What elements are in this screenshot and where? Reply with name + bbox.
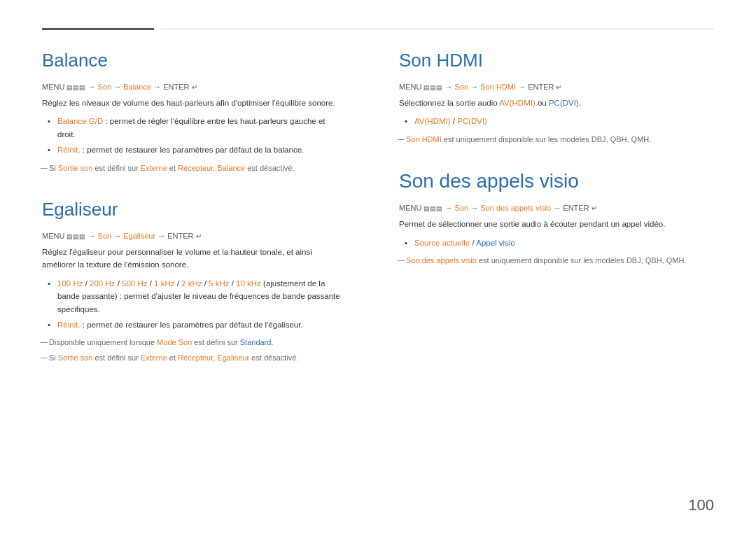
- son-appels-bullets: Source actuelle / Appel visio: [405, 237, 714, 249]
- egaliseur-title: Egaliseur: [42, 199, 343, 220]
- son-appels-note: Son des appels visio est uniquement disp…: [399, 255, 714, 267]
- balance-menu-path: MENU ▤▤▤ → Son → Balance → ENTER ↵: [42, 83, 343, 91]
- son-hdmi-note: Son HDMI est uniquement disponible sur l…: [399, 134, 714, 146]
- egaliseur-section: Egaliseur MENU ▤▤▤ → Son → Egaliseur → E…: [42, 199, 343, 363]
- list-item: 100 Hz / 200 Hz / 500 Hz / 1 kHz / 2 kHz…: [48, 277, 343, 316]
- divider-dark: [42, 28, 154, 30]
- son-appels-menu-path: MENU ▤▤▤ → Son → Son des appels visio → …: [399, 204, 714, 212]
- page-number: 100: [688, 496, 714, 514]
- egaliseur-note2: Si Sortie son est défini sur Externe et …: [42, 352, 343, 364]
- egaliseur-bullets: 100 Hz / 200 Hz / 500 Hz / 1 kHz / 2 kHz…: [48, 277, 343, 332]
- son-hdmi-menu-path: MENU ▤▤▤ → Son → Son HDMI → ENTER ↵: [399, 83, 714, 91]
- egaliseur-desc: Réglez l'égaliseur pour personnaliser le…: [42, 246, 343, 272]
- top-dividers: [42, 28, 714, 30]
- list-item: Réinit. : permet de restaurer les paramè…: [48, 318, 343, 331]
- son-hdmi-desc: Sélectionnez la sortie audio AV(HDMI) ou…: [399, 97, 714, 109]
- son-hdmi-bullets: AV(HDMI) / PC(DVI): [405, 115, 714, 127]
- balance-section: Balance MENU ▤▤▤ → Son → Balance → ENTER…: [42, 50, 343, 174]
- egaliseur-menu-path: MENU ▤▤▤ → Son → Egaliseur → ENTER ↵: [42, 232, 343, 240]
- divider-light: [161, 29, 714, 29]
- son-hdmi-title: Son HDMI: [399, 50, 714, 71]
- list-item: Balance G/D : permet de régler l'équilib…: [48, 115, 343, 141]
- page: Balance MENU ▤▤▤ → Son → Balance → ENTER…: [0, 0, 756, 534]
- col-left: Balance MENU ▤▤▤ → Son → Balance → ENTER…: [42, 50, 378, 367]
- son-appels-title: Son des appels visio: [399, 170, 714, 192]
- son-appels-desc: Permet de sélectionner une sortie audio …: [399, 218, 714, 230]
- col-right: Son HDMI MENU ▤▤▤ → Son → Son HDMI → ENT…: [378, 50, 714, 367]
- list-item: AV(HDMI) / PC(DVI): [405, 115, 714, 127]
- son-hdmi-section: Son HDMI MENU ▤▤▤ → Son → Son HDMI → ENT…: [399, 50, 714, 145]
- list-item: Réinit. : permet de restaurer les paramè…: [48, 143, 343, 156]
- balance-bullets: Balance G/D : permet de régler l'équilib…: [48, 115, 343, 156]
- balance-title: Balance: [42, 50, 343, 71]
- balance-note: Si Sortie son est défini sur Externe et …: [42, 162, 343, 174]
- columns: Balance MENU ▤▤▤ → Son → Balance → ENTER…: [42, 50, 714, 367]
- son-appels-section: Son des appels visio MENU ▤▤▤ → Son → So…: [399, 170, 714, 266]
- balance-desc: Réglez les niveaux de volume des haut-pa…: [42, 97, 343, 109]
- egaliseur-note1: Disponible uniquement lorsque Mode Son e…: [42, 337, 343, 349]
- list-item: Source actuelle / Appel visio: [405, 237, 714, 249]
